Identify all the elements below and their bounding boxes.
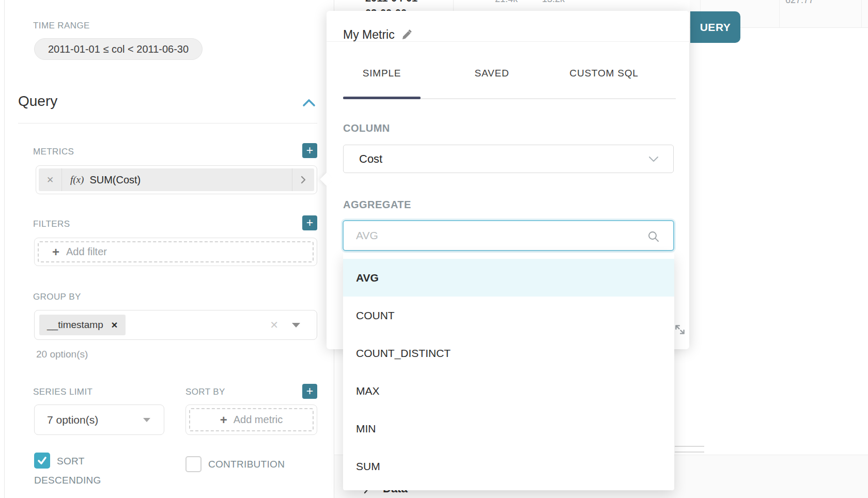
results-cell-value-3: 627.77 (785, 0, 814, 6)
add-filter-button[interactable]: + Add filter (38, 241, 314, 262)
aggregate-option-count[interactable]: COUNT (343, 297, 674, 334)
series-limit-value: 7 option(s) (47, 414, 98, 426)
contribution-checkbox[interactable] (185, 456, 202, 472)
aggregate-dropdown: AVG COUNT COUNT_DISTINCT MAX MIN SUM (343, 253, 674, 490)
aggregate-option-min[interactable]: MIN (343, 410, 674, 447)
column-select[interactable]: Cost (343, 145, 674, 173)
plus-icon: + (306, 217, 313, 229)
metric-title: My Metric (343, 28, 395, 42)
page-left-border (4, 0, 5, 498)
filters-label: FILTERS (33, 219, 70, 229)
metric-expand-button[interactable] (292, 168, 314, 191)
chevron-up-icon (302, 98, 316, 107)
fx-icon: f(x) (70, 174, 84, 185)
time-range-label: TIME RANGE (33, 21, 90, 31)
query-collapse-toggle[interactable] (302, 98, 316, 107)
column-label: COLUMN (343, 122, 390, 134)
aggregate-input[interactable] (344, 221, 673, 250)
plus-icon: + (306, 145, 313, 157)
splitter-grip-line[interactable] (675, 452, 704, 453)
query-section-divider (18, 123, 317, 123)
query-section-title: Query (18, 93, 57, 110)
popover-arrow (320, 173, 333, 185)
results-column-border (779, 0, 780, 27)
tab-custom-sql[interactable]: CUSTOM SQL (563, 68, 645, 79)
aggregate-option-sum[interactable]: SUM (343, 447, 674, 485)
filters-container: + Add filter (34, 238, 317, 266)
popover-header: My Metric (327, 11, 689, 42)
aggregate-option-count-distinct[interactable]: COUNT_DISTINCT (343, 334, 674, 372)
caret-down-icon (292, 323, 300, 328)
tag-remove-icon[interactable]: ✕ (111, 320, 118, 330)
aggregate-option-avg[interactable]: AVG (343, 259, 674, 297)
metric-remove-button[interactable]: ✕ (39, 168, 62, 191)
sort-by-container: + Add metric (185, 404, 317, 435)
popover-resize-icon[interactable] (674, 323, 686, 336)
add-sort-metric-button[interactable]: + Add metric (189, 408, 314, 431)
add-sort-metric-plus-button[interactable]: + (302, 384, 317, 399)
group-by-tag-value: __timestamp (47, 319, 103, 331)
results-cell-timestamp-line1: 2011-04-01 (365, 0, 417, 4)
add-filter-plus-button[interactable]: + (302, 215, 317, 230)
sort-descending-label: SORT DESCENDING (34, 452, 127, 490)
metrics-label: METRICS (33, 147, 74, 157)
group-by-label: GROUP BY (33, 292, 81, 302)
series-limit-select[interactable]: 7 option(s) (34, 404, 164, 435)
plus-icon: + (52, 246, 59, 258)
group-by-select[interactable]: __timestamp ✕ ✕ (34, 310, 317, 340)
aggregate-input-wrapper (343, 220, 674, 251)
add-filter-label: Add filter (66, 246, 107, 258)
splitter-grip-line[interactable] (675, 446, 704, 447)
contribution-label: CONTRIBUTION (208, 459, 285, 470)
aggregate-label: AGGREGATE (343, 199, 411, 211)
plus-icon: + (306, 385, 313, 397)
tab-saved[interactable]: SAVED (453, 68, 531, 79)
select-clear-icon[interactable]: ✕ (270, 319, 278, 331)
series-limit-label: SERIES LIMIT (33, 387, 92, 397)
add-metric-button[interactable]: + (302, 143, 317, 158)
metric-name: SUM(Cost) (89, 174, 141, 186)
results-column-border (861, 0, 862, 27)
popover-tabs: SIMPLE SAVED CUSTOM SQL (343, 68, 645, 79)
column-select-value: Cost (359, 152, 382, 166)
run-query-button[interactable]: UERY (690, 11, 740, 43)
group-by-hint: 20 option(s) (36, 349, 88, 360)
group-by-tag[interactable]: __timestamp ✕ (39, 315, 126, 335)
add-sort-metric-label: Add metric (234, 414, 283, 426)
chevron-right-icon (301, 176, 306, 184)
results-cell-value-1: 21.4k (495, 0, 518, 5)
edit-pencil-icon[interactable] (401, 29, 412, 41)
active-tab-ink-bar (343, 97, 421, 99)
metric-pill[interactable]: ✕ f(x) SUM(Cost) (39, 168, 314, 191)
search-icon (647, 230, 660, 243)
caret-down-icon (143, 418, 150, 422)
time-range-pill[interactable]: 2011-01-01 ≤ col < 2011-06-30 (34, 38, 203, 60)
tab-simple[interactable]: SIMPLE (343, 68, 421, 79)
chevron-down-icon (648, 156, 659, 162)
metrics-container: ✕ f(x) SUM(Cost) (36, 165, 317, 194)
sort-by-label: SORT BY (185, 387, 225, 397)
results-cell-value-2: 13.2k (542, 0, 565, 5)
explore-screen: 2011-04-01 02:00:00 21.4k 13.2k 627.77 U… (0, 0, 868, 498)
aggregate-option-max[interactable]: MAX (343, 372, 674, 410)
plus-icon: + (220, 414, 227, 426)
close-icon: ✕ (47, 175, 54, 185)
